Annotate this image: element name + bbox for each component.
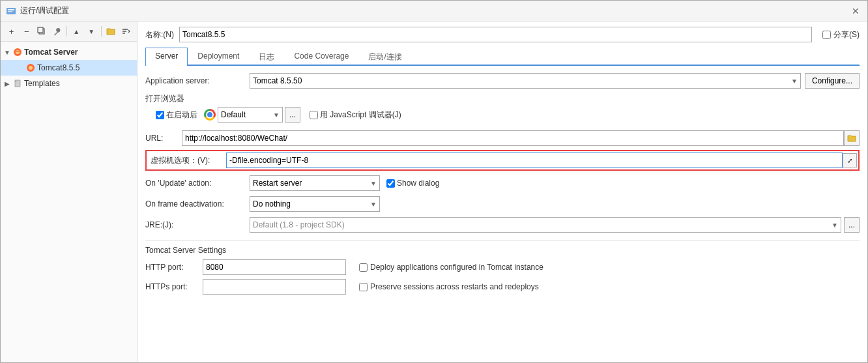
- browser-value: Default: [221, 110, 246, 119]
- url-folder-button[interactable]: [844, 130, 860, 146]
- browser-row: 在启动后 Default ▼ ... 用 JavaScript 调试器(J): [145, 107, 860, 123]
- on-update-value: Restart server: [253, 179, 302, 188]
- preserve-sessions-checkbox[interactable]: [359, 283, 368, 291]
- tab-coverage[interactable]: Code Coverage: [284, 48, 358, 66]
- url-row: URL:: [145, 130, 860, 146]
- copy-button[interactable]: [35, 24, 48, 38]
- tomcat-server-label: Tomcat Server: [24, 48, 78, 57]
- name-row: 名称:(N) 分享(S): [145, 27, 860, 42]
- https-port-input[interactable]: [203, 279, 346, 295]
- up-button[interactable]: ▲: [70, 24, 83, 38]
- deploy-tomcat-checkbox[interactable]: [359, 263, 368, 272]
- chrome-icon: [204, 109, 216, 121]
- browser-dropdown[interactable]: Default ▼: [218, 107, 283, 123]
- remove-button[interactable]: −: [20, 24, 33, 38]
- tomcat-settings-title: Tomcat Server Settings: [145, 246, 860, 255]
- show-dialog-checkbox[interactable]: [386, 179, 395, 188]
- window-title: 运行/调试配置: [20, 5, 69, 16]
- svg-rect-4: [38, 27, 43, 33]
- templates-icon: [12, 78, 23, 89]
- app-server-row: Application server: Tomcat 8.5.50 ▼ Conf…: [145, 72, 860, 89]
- left-toolbar: + − ▲ ▼: [1, 22, 137, 42]
- svg-rect-1: [8, 9, 14, 10]
- toolbar-separator: [66, 26, 67, 36]
- browser-section: 打开浏览器 在启动后 Default ▼ ...: [145, 93, 860, 126]
- sort-button[interactable]: [119, 24, 133, 38]
- on-frame-value: Do nothing: [253, 199, 291, 209]
- app-server-value: Tomcat 8.5.50: [253, 76, 302, 85]
- share-area: 分享(S): [822, 29, 860, 40]
- name-label: 名称:(N): [145, 29, 174, 40]
- title-left: 运行/调试配置: [6, 5, 69, 16]
- tomcat-item-icon: [25, 63, 36, 73]
- https-port-row: HTTPs port:: [145, 278, 346, 295]
- app-server-label: Application server:: [145, 76, 250, 85]
- https-port-section: HTTPs port: Preserve sessions across res…: [145, 278, 860, 295]
- tab-startup[interactable]: 启动/连接: [358, 48, 411, 66]
- deploy-tomcat-row: Deploy applications configured in Tomcat…: [359, 259, 860, 276]
- preserve-sessions-row: Preserve sessions across restarts and re…: [359, 278, 860, 295]
- tree-toggle-empty: [16, 64, 24, 72]
- url-input[interactable]: [182, 130, 844, 146]
- tree-group-templates[interactable]: ▶ Templates: [1, 76, 137, 91]
- tab-server[interactable]: Server: [145, 48, 188, 66]
- jre-label: JRE:(J):: [145, 220, 250, 229]
- on-update-row: On 'Update' action: Restart server ▼ Sho…: [145, 175, 860, 192]
- on-update-label: On 'Update' action:: [145, 179, 250, 188]
- svg-rect-2: [8, 11, 12, 12]
- browser-section-title: 打开浏览器: [145, 93, 860, 104]
- deploy-tomcat-label[interactable]: Deploy applications configured in Tomcat…: [359, 263, 543, 272]
- wrench-button[interactable]: [50, 24, 63, 38]
- http-port-label: HTTP port:: [145, 263, 197, 272]
- on-frame-row: On frame deactivation: Do nothing ▼: [145, 196, 860, 212]
- add-button[interactable]: +: [5, 24, 18, 38]
- on-update-dropdown[interactable]: Restart server ▼: [250, 175, 380, 191]
- preserve-sessions-label[interactable]: Preserve sessions across restarts and re…: [359, 282, 539, 291]
- tomcat-item-label: Tomcat8.5.5: [37, 63, 80, 72]
- main-content: + − ▲ ▼: [1, 22, 867, 362]
- app-server-dropdown[interactable]: Tomcat 8.5.50 ▼: [250, 73, 801, 89]
- tree-toggle-templates[interactable]: ▶: [3, 80, 11, 87]
- close-button[interactable]: ✕: [849, 5, 862, 18]
- name-input[interactable]: [179, 27, 812, 42]
- jre-dropdown[interactable]: Default (1.8 - project SDK) ▼: [250, 217, 841, 233]
- svg-point-11: [29, 66, 33, 70]
- configure-button[interactable]: Configure...: [805, 73, 860, 89]
- down-button[interactable]: ▼: [85, 24, 98, 38]
- share-checkbox[interactable]: [822, 31, 831, 39]
- show-dialog-label[interactable]: Show dialog: [386, 179, 439, 188]
- templates-label: Templates: [24, 79, 60, 88]
- tabs-bar: Server Deployment 日志 Code Coverage 启动/连接: [145, 48, 860, 66]
- on-frame-dropdown[interactable]: Do nothing ▼: [250, 196, 380, 212]
- jre-value: Default (1.8 - project SDK): [253, 220, 345, 229]
- right-panel: 名称:(N) 分享(S) Server Deployment 日志 Code C…: [137, 22, 867, 362]
- left-panel: + − ▲ ▼: [1, 22, 137, 362]
- title-bar: 运行/调试配置 ✕: [1, 1, 867, 22]
- tree-item-tomcat855[interactable]: Tomcat8.5.5: [1, 60, 137, 76]
- url-label: URL:: [145, 134, 182, 143]
- browser-dots-button[interactable]: ...: [285, 107, 300, 123]
- http-port-row: HTTP port:: [145, 259, 346, 276]
- https-port-label: HTTPs port:: [145, 282, 197, 291]
- jre-dots-button[interactable]: ...: [844, 217, 860, 233]
- js-debug-checkbox[interactable]: [310, 111, 318, 119]
- http-port-input[interactable]: [203, 259, 346, 275]
- port-row: HTTP port: Deploy applications configure…: [145, 259, 860, 276]
- tree-group-tomcat[interactable]: ▼ Tomcat Server: [1, 44, 137, 60]
- vm-expand-button[interactable]: ⤢: [843, 153, 857, 167]
- on-frame-label: On frame deactivation:: [145, 199, 250, 209]
- app-server-arrow: ▼: [791, 78, 798, 85]
- tab-log[interactable]: 日志: [249, 48, 284, 66]
- toolbar-separator2: [101, 26, 102, 36]
- after-launch-label[interactable]: 在启动后: [156, 109, 197, 121]
- vm-options-row: 虚拟机选项：(V): ⤢: [145, 150, 860, 171]
- svg-point-9: [16, 50, 20, 54]
- tree-toggle-tomcat[interactable]: ▼: [3, 48, 11, 56]
- tab-deployment[interactable]: Deployment: [188, 48, 249, 66]
- js-debug-label[interactable]: 用 JavaScript 调试器(J): [310, 109, 401, 121]
- jre-row: JRE:(J): Default (1.8 - project SDK) ▼ .…: [145, 216, 860, 233]
- vm-input[interactable]: [226, 152, 843, 168]
- folder-button[interactable]: [104, 24, 118, 38]
- after-launch-checkbox[interactable]: [156, 111, 164, 119]
- divider: [145, 240, 860, 240]
